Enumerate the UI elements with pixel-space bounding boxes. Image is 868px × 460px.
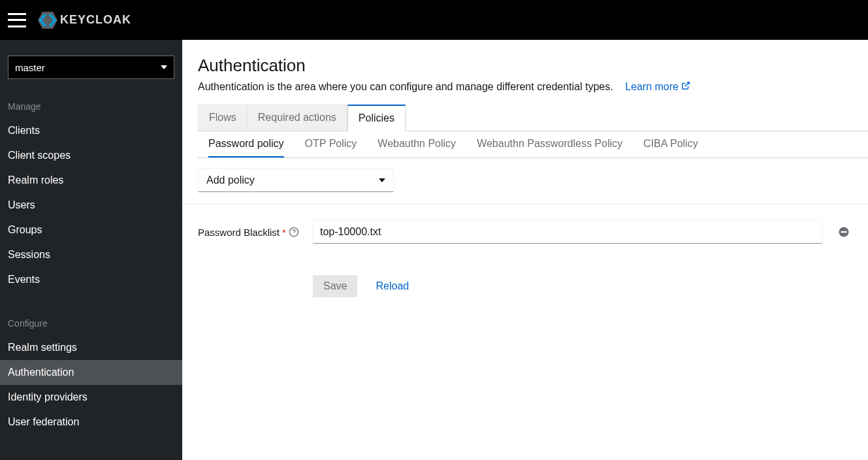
sidebar-item-user-federation[interactable]: User federation xyxy=(0,410,182,435)
add-policy-select[interactable]: Add policy xyxy=(198,169,394,192)
sidebar-item-clients[interactable]: Clients xyxy=(0,118,182,143)
keycloak-logo-icon xyxy=(38,12,57,29)
tab-flows[interactable]: Flows xyxy=(198,105,248,131)
main-content: Authentication Authentication is the are… xyxy=(182,40,868,460)
svg-line-3 xyxy=(685,82,689,86)
sidebar-item-users[interactable]: Users xyxy=(0,193,182,218)
subtab-otp-policy[interactable]: OTP Policy xyxy=(305,131,357,157)
subtab-webauthn-passwordless[interactable]: Webauthn Passwordless Policy xyxy=(477,131,622,157)
subtab-password-policy[interactable]: Password policy xyxy=(208,131,284,157)
reload-button[interactable]: Reload xyxy=(376,280,409,292)
nav-section-configure: Configure xyxy=(0,313,182,335)
tab-policies[interactable]: Policies xyxy=(347,105,406,131)
sidebar: master Manage Clients Client scopes Real… xyxy=(0,40,182,460)
page-description: Authentication is the area where you can… xyxy=(198,81,868,93)
sidebar-item-identity-providers[interactable]: Identity providers xyxy=(0,385,182,410)
help-icon[interactable] xyxy=(289,227,299,237)
primary-tabs: Flows Required actions Policies xyxy=(198,105,868,131)
sidebar-item-client-scopes[interactable]: Client scopes xyxy=(0,143,182,168)
add-policy-label: Add policy xyxy=(206,174,255,186)
external-link-icon xyxy=(681,81,690,93)
logo[interactable]: KEYCLOAK xyxy=(38,12,131,29)
hamburger-menu-icon[interactable] xyxy=(8,13,26,27)
sidebar-item-groups[interactable]: Groups xyxy=(0,218,182,242)
policy-row-password-blacklist: Password Blacklist * xyxy=(198,205,868,244)
learn-more-link[interactable]: Learn more xyxy=(625,81,690,93)
password-blacklist-input[interactable] xyxy=(313,220,822,244)
svg-rect-7 xyxy=(841,231,847,233)
sidebar-item-sessions[interactable]: Sessions xyxy=(0,242,182,267)
page-title: Authentication xyxy=(198,56,868,76)
save-button[interactable]: Save xyxy=(313,275,357,297)
subtab-ciba-policy[interactable]: CIBA Policy xyxy=(643,131,698,157)
sidebar-item-authentication[interactable]: Authentication xyxy=(0,360,182,385)
realm-selector[interactable]: master xyxy=(8,56,174,79)
form-actions: Save Reload xyxy=(198,244,868,297)
policy-label: Password Blacklist * xyxy=(198,227,300,238)
sidebar-item-events[interactable]: Events xyxy=(0,267,182,292)
tab-required-actions[interactable]: Required actions xyxy=(248,105,347,131)
nav-section-manage: Manage xyxy=(0,96,182,118)
realm-selected-value: master xyxy=(15,62,45,73)
sidebar-item-realm-roles[interactable]: Realm roles xyxy=(0,168,182,193)
sub-tabs: Password policy OTP Policy Webauthn Poli… xyxy=(198,131,868,158)
chevron-down-icon xyxy=(161,65,167,69)
sidebar-item-realm-settings[interactable]: Realm settings xyxy=(0,335,182,360)
top-bar: KEYCLOAK xyxy=(0,0,868,40)
remove-policy-icon[interactable] xyxy=(838,226,850,238)
required-asterisk: * xyxy=(282,227,286,238)
subtab-webauthn-policy[interactable]: Webauthn Policy xyxy=(378,131,456,157)
logo-text: KEYCLOAK xyxy=(60,13,131,27)
chevron-down-icon xyxy=(379,178,385,182)
